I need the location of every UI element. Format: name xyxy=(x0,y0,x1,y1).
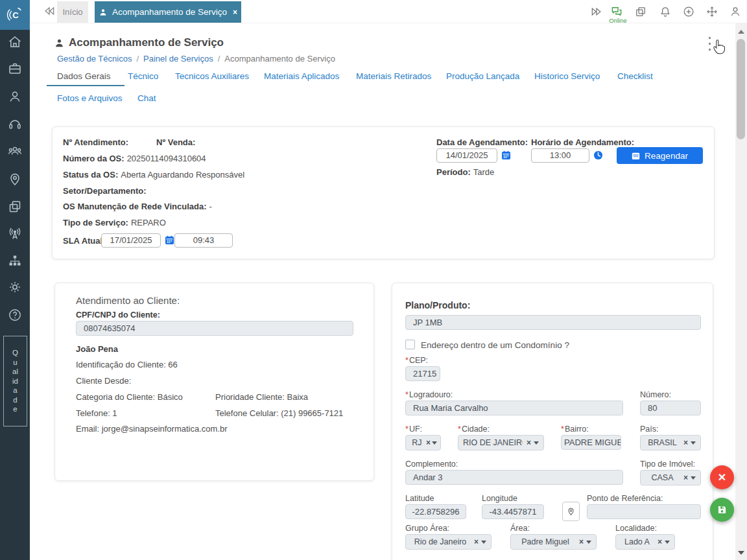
ponto-referencia-label: Ponto de Referência: xyxy=(587,494,663,503)
cep-input[interactable]: 21715 xyxy=(405,366,440,381)
clear-icon[interactable]: × xyxy=(474,537,479,546)
ponto-referencia-input[interactable] xyxy=(587,504,701,519)
sla-time-input[interactable]: 09:43 xyxy=(174,233,233,248)
kebab-menu-icon[interactable] xyxy=(709,37,711,54)
condominio-checkbox[interactable] xyxy=(405,340,415,349)
horario-agendamento-input[interactable]: 13:00 xyxy=(531,148,589,163)
required-marker: * xyxy=(405,390,409,399)
periodo-line: Período:Tarde xyxy=(436,167,494,177)
reagendar-button[interactable]: Reagendar xyxy=(617,147,703,164)
cliente-identificacao: Identificação do Cliente: 66 xyxy=(76,360,178,369)
headset-icon[interactable] xyxy=(7,116,23,132)
tab-dados-gerais[interactable]: Dados Gerais xyxy=(57,71,111,81)
notifications-bell-icon[interactable] xyxy=(659,5,672,18)
uf-value: RJ xyxy=(409,438,425,447)
tab-inicio[interactable]: Início xyxy=(57,1,88,23)
chevron-down-icon xyxy=(691,441,696,445)
chat-online-icon[interactable] xyxy=(610,5,623,18)
bairro-input[interactable]: PADRE MIGUEI xyxy=(561,435,621,450)
atendimento-label: Nº Atendimento: xyxy=(63,137,128,147)
clear-icon[interactable]: × xyxy=(579,537,584,546)
tab-acompanhamento[interactable]: Acompanhamento de Serviço × xyxy=(95,1,241,23)
antenna-icon[interactable] xyxy=(7,226,23,242)
clear-icon[interactable]: × xyxy=(527,438,531,447)
clear-icon[interactable]: × xyxy=(683,473,688,482)
clock-icon[interactable] xyxy=(593,150,603,160)
tab-checklist[interactable]: Checklist xyxy=(617,71,653,81)
fast-forward-icon[interactable] xyxy=(590,5,603,18)
map-locate-button[interactable] xyxy=(562,502,580,521)
calendar-icon[interactable] xyxy=(501,150,511,160)
sidebar: C xyxy=(0,0,30,560)
os-rede-line: OS Manutenção de Rede Vinculada:- xyxy=(63,202,212,211)
tab-tecnicos-auxiliares[interactable]: Tecnicos Auxiliares xyxy=(175,71,249,81)
cpf-input[interactable]: 08074635074 xyxy=(76,321,353,336)
tab-inicio-label: Início xyxy=(62,7,82,17)
tab-fotos-arquivos[interactable]: Fotos e Arquivos xyxy=(57,93,123,103)
plano-input[interactable]: JP 1MB xyxy=(405,315,701,330)
data-agendamento-input[interactable]: 14/01/2025 xyxy=(436,148,497,163)
add-circle-icon[interactable] xyxy=(682,5,695,18)
latitude-input[interactable]: -22.8758296 xyxy=(405,504,466,519)
complemento-label: Complemento: xyxy=(405,460,458,469)
save-button[interactable] xyxy=(710,498,734,522)
team-icon[interactable] xyxy=(7,143,23,159)
scroll-down-arrow-icon[interactable] xyxy=(738,551,744,555)
clear-icon[interactable]: × xyxy=(426,438,431,447)
online-status-label: Online xyxy=(605,17,631,24)
cliente-card: Atendimento ao Cliente: CPF/CNPJ do Clie… xyxy=(54,283,374,481)
uf-select[interactable]: RJ × xyxy=(405,435,441,450)
tab-producao-lancada[interactable]: Produção Lançada xyxy=(446,71,519,81)
move-arrows-icon[interactable] xyxy=(706,5,718,18)
tab-materiais-retirados[interactable]: Materiais Retirados xyxy=(356,71,431,81)
numero-input[interactable]: 80 xyxy=(640,401,701,415)
app-logo[interactable]: C xyxy=(0,0,30,30)
gear-icon[interactable] xyxy=(7,279,23,295)
qualidade-side-tab[interactable]: Qualidade xyxy=(3,336,27,426)
grupo-area-select[interactable]: Rio de Janeiro × xyxy=(405,534,492,550)
help-icon[interactable] xyxy=(7,307,23,323)
tab-materiais-aplicados[interactable]: Materiais Aplicados xyxy=(264,71,339,81)
clear-icon[interactable]: × xyxy=(683,438,688,447)
pais-select[interactable]: BRASIL × xyxy=(640,435,701,450)
cidade-select[interactable]: RIO DE JANEIRO × xyxy=(458,435,544,450)
sla-date-input[interactable]: 17/01/2025 xyxy=(101,233,161,248)
cliente-desde: Cliente Desde: xyxy=(76,376,131,386)
vertical-scrollbar[interactable] xyxy=(735,23,747,560)
localidade-select[interactable]: Lado A × xyxy=(615,534,675,550)
scrollbar-thumb[interactable] xyxy=(737,39,745,139)
sitemap-icon[interactable] xyxy=(7,253,23,268)
cep-label: CEP: xyxy=(409,356,428,365)
tipo-servico-value: REPARO xyxy=(131,218,166,228)
tab-chat[interactable]: Chat xyxy=(137,93,156,103)
breadcrumb-gestao-tecnicos[interactable]: Gestão de Técnicos xyxy=(57,54,132,64)
tab-close-icon[interactable]: × xyxy=(233,8,237,17)
windows-icon[interactable] xyxy=(634,5,647,18)
localidade-label: Localidade: xyxy=(615,524,657,533)
tab-tecnico[interactable]: Técnico xyxy=(128,71,158,81)
tab-historico-servico[interactable]: Historico Serviço xyxy=(534,71,600,81)
logo-icon: C xyxy=(5,5,25,25)
logradouro-input[interactable]: Rua Maria Carvalho xyxy=(405,401,623,415)
rewind-tabs-icon[interactable] xyxy=(43,5,57,19)
area-value: Padre Miguel xyxy=(516,537,575,546)
home-icon[interactable] xyxy=(7,34,23,50)
map-pin-icon xyxy=(567,507,575,517)
copy-icon[interactable] xyxy=(7,199,23,215)
longitude-input[interactable]: -43.4457871 xyxy=(482,504,544,519)
tipo-imovel-select[interactable]: CASA × xyxy=(640,470,701,485)
user-menu-icon[interactable] xyxy=(729,5,742,18)
calendar-icon[interactable] xyxy=(165,235,174,245)
complemento-input[interactable]: Andar 3 xyxy=(405,470,623,485)
svg-text:C: C xyxy=(12,10,19,20)
area-select[interactable]: Padre Miguel × xyxy=(510,534,597,550)
breadcrumb-painel-servicos[interactable]: Painel de Serviços xyxy=(143,54,213,64)
clear-icon[interactable]: × xyxy=(658,537,662,546)
cancel-button[interactable]: ✕ xyxy=(710,465,734,489)
map-pin-icon[interactable] xyxy=(7,172,23,187)
breadcrumb-current: Acompanhamento de Serviço xyxy=(224,54,335,64)
scroll-up-arrow-icon[interactable] xyxy=(738,30,744,34)
venda-label: Nº Venda: xyxy=(156,137,195,147)
briefcase-icon[interactable] xyxy=(7,61,23,76)
person-icon[interactable] xyxy=(7,89,23,104)
